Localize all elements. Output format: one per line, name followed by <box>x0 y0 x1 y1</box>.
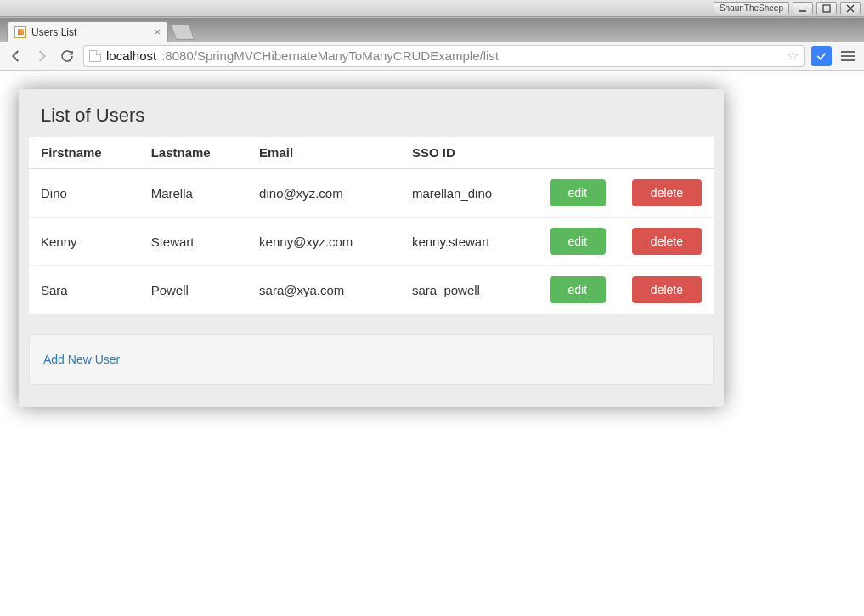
table-row: Kenny Stewart kenny@xyz.com kenny.stewar… <box>29 218 714 266</box>
users-panel: List of Users Firstname Lastname Email S… <box>29 89 714 314</box>
cell-sso: sara_powell <box>400 266 535 314</box>
tab-close-icon[interactable]: × <box>154 25 161 38</box>
window-maximize-button[interactable] <box>816 2 837 14</box>
browser-tab[interactable]: Users List × <box>7 21 168 42</box>
table-row: Dino Marella dino@xyz.com marellan_dino … <box>29 169 714 218</box>
cell-firstname: Dino <box>29 169 139 218</box>
add-user-link[interactable]: Add New User <box>43 353 120 366</box>
favicon-icon <box>14 26 26 38</box>
back-button[interactable] <box>7 47 25 65</box>
tab-strip: Users List × <box>0 18 864 42</box>
edit-button[interactable]: edit <box>550 228 607 255</box>
extension-button[interactable] <box>811 46 832 66</box>
content-card: List of Users Firstname Lastname Email S… <box>19 89 724 407</box>
cell-email: dino@xyz.com <box>247 169 400 218</box>
new-tab-button[interactable] <box>171 25 195 40</box>
col-sso: SSO ID <box>400 137 535 169</box>
cell-firstname: Sara <box>29 266 139 314</box>
table-row: Sara Powell sara@xya.com sara_powell edi… <box>29 266 714 314</box>
cell-lastname: Stewart <box>139 218 247 266</box>
col-lastname: Lastname <box>139 137 247 169</box>
cell-lastname: Marella <box>139 169 247 218</box>
edit-button[interactable]: edit <box>550 179 607 206</box>
browser-toolbar: localhost:8080/SpringMVCHibernateManyToM… <box>0 42 864 71</box>
os-titlebar: ShaunTheSheep <box>0 0 864 17</box>
browser-window: Users List × localhost:8080/SpringMVCHib… <box>0 17 864 616</box>
cell-lastname: Powell <box>139 266 247 314</box>
page-icon <box>89 50 101 62</box>
add-user-well: Add New User <box>29 334 714 385</box>
col-edit <box>535 137 620 169</box>
window-close-button[interactable] <box>840 2 861 14</box>
url-host: localhost <box>106 48 156 63</box>
cell-sso: kenny.stewart <box>400 218 535 266</box>
col-email: Email <box>247 137 400 169</box>
reload-button[interactable] <box>58 47 76 65</box>
address-bar[interactable]: localhost:8080/SpringMVCHibernateManyToM… <box>83 45 805 67</box>
bookmark-star-icon[interactable]: ☆ <box>787 48 799 64</box>
cell-firstname: Kenny <box>29 218 139 266</box>
edit-button[interactable]: edit <box>550 276 607 303</box>
col-firstname: Firstname <box>29 137 139 169</box>
forward-button[interactable] <box>32 47 51 65</box>
cell-sso: marellan_dino <box>400 169 535 218</box>
url-path: :8080/SpringMVCHibernateManyToManyCRUDEx… <box>161 48 499 63</box>
page-heading: List of Users <box>29 89 714 137</box>
window-minimize-button[interactable] <box>793 2 813 14</box>
cell-email: sara@xya.com <box>247 266 400 314</box>
cell-email: kenny@xyz.com <box>247 218 400 266</box>
delete-button[interactable]: delete <box>632 228 702 255</box>
os-user-badge: ShaunTheSheep <box>714 2 789 14</box>
col-delete <box>620 137 714 169</box>
browser-menu-button[interactable] <box>839 51 857 61</box>
page-viewport: List of Users Firstname Lastname Email S… <box>0 71 864 616</box>
svg-rect-1 <box>823 5 830 12</box>
users-table: Firstname Lastname Email SSO ID Dino Mar… <box>29 137 714 314</box>
delete-button[interactable]: delete <box>632 179 702 206</box>
delete-button[interactable]: delete <box>632 276 702 303</box>
tab-title: Users List <box>31 26 149 38</box>
table-header-row: Firstname Lastname Email SSO ID <box>29 137 714 169</box>
